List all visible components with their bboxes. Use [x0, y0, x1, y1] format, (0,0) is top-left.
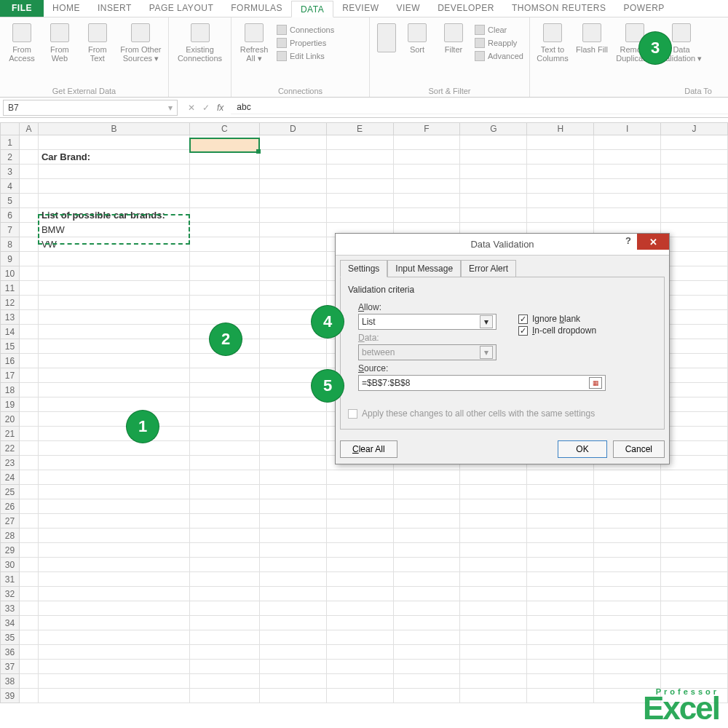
row-header-17[interactable]: 17 — [1, 368, 20, 383]
cell-B23[interactable] — [38, 456, 189, 470]
cell-C17[interactable] — [189, 368, 259, 383]
cell-J29[interactable] — [661, 543, 728, 558]
cell-B21[interactable] — [38, 427, 189, 441]
row-header-34[interactable]: 34 — [1, 616, 20, 630]
cell-J7[interactable] — [661, 223, 728, 237]
cell-C2[interactable] — [189, 150, 259, 165]
cell-A23[interactable] — [19, 456, 38, 470]
row-header-29[interactable]: 29 — [1, 543, 20, 558]
cell-A3[interactable] — [19, 165, 38, 179]
row-header-28[interactable]: 28 — [1, 529, 20, 543]
cell-H35[interactable] — [527, 630, 594, 645]
cell-D16[interactable] — [259, 354, 326, 368]
properties-button[interactable]: Properties — [277, 38, 326, 48]
cell-I32[interactable] — [594, 587, 661, 601]
cell-G25[interactable] — [460, 485, 527, 499]
col-header-D[interactable]: D — [259, 123, 326, 135]
cell-C20[interactable] — [189, 412, 259, 427]
cell-H39[interactable] — [527, 689, 594, 703]
cell-H32[interactable] — [527, 587, 594, 601]
cell-J17[interactable] — [661, 368, 728, 383]
cell-D30[interactable] — [259, 558, 326, 572]
tab-formulas[interactable]: FORMULAS — [222, 0, 291, 17]
cell-A13[interactable] — [19, 310, 38, 325]
cell-J8[interactable] — [661, 237, 728, 252]
cell-D3[interactable] — [259, 165, 326, 179]
cell-C34[interactable] — [189, 616, 259, 630]
cell-I2[interactable] — [594, 150, 661, 165]
cell-A6[interactable] — [19, 208, 38, 223]
cell-H36[interactable] — [527, 645, 594, 660]
cell-F26[interactable] — [393, 499, 460, 514]
cell-C5[interactable] — [189, 194, 259, 208]
cell-H26[interactable] — [527, 499, 594, 514]
cell-J36[interactable] — [661, 645, 728, 660]
cell-J2[interactable] — [661, 150, 728, 165]
cell-C4[interactable] — [189, 179, 259, 194]
cell-D31[interactable] — [259, 572, 326, 587]
cell-E38[interactable] — [326, 674, 393, 689]
cell-F24[interactable] — [393, 470, 460, 485]
cell-I24[interactable] — [594, 470, 661, 485]
from-web-button[interactable]: From Web — [42, 20, 77, 63]
cell-F3[interactable] — [393, 165, 460, 179]
cell-G28[interactable] — [460, 529, 527, 543]
cell-B2[interactable]: Car Brand: — [38, 150, 189, 165]
cell-B26[interactable] — [38, 499, 189, 514]
cell-A10[interactable] — [19, 266, 38, 281]
cell-F2[interactable] — [393, 150, 460, 165]
row-header-14[interactable]: 14 — [1, 325, 20, 339]
cell-B29[interactable] — [38, 543, 189, 558]
cell-I30[interactable] — [594, 558, 661, 572]
select-all-corner[interactable] — [1, 123, 20, 135]
cell-A32[interactable] — [19, 587, 38, 601]
cell-A26[interactable] — [19, 499, 38, 514]
cell-C16[interactable] — [189, 354, 259, 368]
cell-B1[interactable] — [38, 135, 189, 150]
cell-E36[interactable] — [326, 645, 393, 660]
cell-C3[interactable] — [189, 165, 259, 179]
row-header-6[interactable]: 6 — [1, 208, 20, 223]
accept-formula-icon[interactable]: ✓ — [202, 103, 210, 113]
ok-button[interactable]: OK — [558, 440, 606, 458]
tab-powerpivot[interactable]: POWERP — [615, 0, 673, 17]
row-header-15[interactable]: 15 — [1, 339, 20, 354]
row-header-7[interactable]: 7 — [1, 223, 20, 237]
cell-J22[interactable] — [661, 441, 728, 456]
cell-A15[interactable] — [19, 339, 38, 354]
cell-C18[interactable] — [189, 383, 259, 397]
cell-E34[interactable] — [326, 616, 393, 630]
cell-C23[interactable] — [189, 456, 259, 470]
cell-C35[interactable] — [189, 630, 259, 645]
cell-D20[interactable] — [259, 412, 326, 427]
cell-G31[interactable] — [460, 572, 527, 587]
cell-J18[interactable] — [661, 383, 728, 397]
row-header-36[interactable]: 36 — [1, 645, 20, 660]
cell-B38[interactable] — [38, 674, 189, 689]
cell-F31[interactable] — [393, 572, 460, 587]
tab-view[interactable]: VIEW — [387, 0, 429, 17]
cell-B14[interactable] — [38, 325, 189, 339]
cell-A34[interactable] — [19, 616, 38, 630]
cell-D39[interactable] — [259, 689, 326, 703]
cell-C8[interactable] — [189, 237, 259, 252]
cell-J26[interactable] — [661, 499, 728, 514]
cell-B36[interactable] — [38, 645, 189, 660]
cell-J28[interactable] — [661, 529, 728, 543]
incell-dropdown-checkbox[interactable]: ✓In-cell dropdown — [518, 325, 596, 336]
cell-A31[interactable] — [19, 572, 38, 587]
cell-I3[interactable] — [594, 165, 661, 179]
cell-C13[interactable] — [189, 310, 259, 325]
close-icon[interactable]: ✕ — [637, 234, 669, 250]
clear-all-button[interactable]: Clear All — [340, 440, 397, 458]
cell-B15[interactable] — [38, 339, 189, 354]
cell-C11[interactable] — [189, 281, 259, 296]
cell-D34[interactable] — [259, 616, 326, 630]
cell-G35[interactable] — [460, 630, 527, 645]
cell-H27[interactable] — [527, 514, 594, 529]
cell-F28[interactable] — [393, 529, 460, 543]
connections-button[interactable]: Connections — [277, 25, 334, 35]
cell-A18[interactable] — [19, 383, 38, 397]
cell-I4[interactable] — [594, 179, 661, 194]
cell-D29[interactable] — [259, 543, 326, 558]
